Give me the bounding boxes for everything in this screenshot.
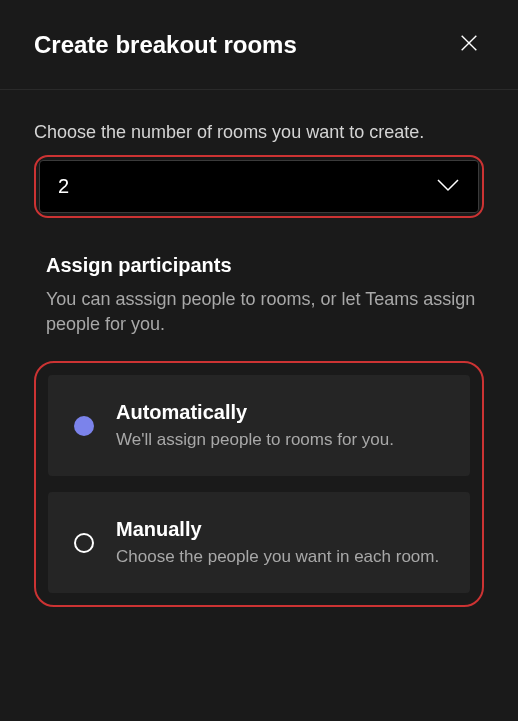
dialog-content: Choose the number of rooms you want to c… xyxy=(0,90,518,607)
dialog-header: Create breakout rooms xyxy=(0,0,518,90)
room-count-instruction: Choose the number of rooms you want to c… xyxy=(34,122,484,143)
option-description: Choose the people you want in each room. xyxy=(116,547,452,567)
room-count-highlight: 2 xyxy=(34,155,484,218)
option-text-container: Manually Choose the people you want in e… xyxy=(116,518,452,567)
radio-manually xyxy=(74,533,94,553)
option-text-container: Automatically We'll assign people to roo… xyxy=(116,401,452,450)
assign-description: You can asssign people to rooms, or let … xyxy=(46,287,484,337)
breakout-rooms-dialog: Create breakout rooms Choose the number … xyxy=(0,0,518,721)
option-manually[interactable]: Manually Choose the people you want in e… xyxy=(48,492,470,593)
radio-automatically xyxy=(74,416,94,436)
room-count-dropdown[interactable]: 2 xyxy=(39,160,479,213)
room-count-value: 2 xyxy=(58,175,69,198)
chevron-down-icon xyxy=(436,178,460,196)
close-icon xyxy=(458,32,480,57)
radio-unselected-icon xyxy=(74,533,94,553)
option-label: Automatically xyxy=(116,401,452,424)
assign-options-highlight: Automatically We'll assign people to roo… xyxy=(34,361,484,607)
radio-selected-icon xyxy=(74,416,94,436)
dialog-title: Create breakout rooms xyxy=(34,31,297,59)
option-label: Manually xyxy=(116,518,452,541)
option-automatically[interactable]: Automatically We'll assign people to roo… xyxy=(48,375,470,476)
assign-title: Assign participants xyxy=(46,254,484,277)
close-button[interactable] xyxy=(454,28,484,61)
option-description: We'll assign people to rooms for you. xyxy=(116,430,452,450)
